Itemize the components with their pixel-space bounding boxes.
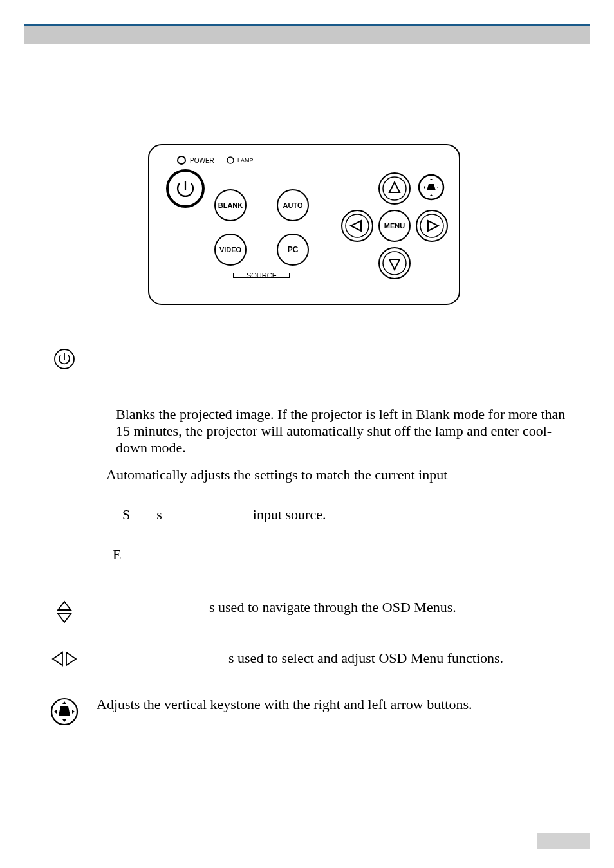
- power-led-label: POWER: [190, 157, 214, 164]
- svg-point-12: [383, 252, 406, 275]
- svg-marker-31: [66, 652, 76, 665]
- leftright-description: s used to select and adjust OSD Menu fun…: [228, 650, 503, 666]
- power-row: [35, 347, 579, 370]
- menu-E: E: [113, 546, 121, 562]
- updown-row: s used to navigate through the OSD Menus…: [35, 599, 579, 623]
- svg-marker-37: [59, 706, 70, 716]
- svg-point-11: [379, 248, 410, 279]
- svg-marker-26: [427, 184, 436, 190]
- svg-marker-35: [54, 710, 57, 714]
- keystone-row: Adjusts the vertical keystone with the r…: [35, 696, 579, 726]
- auto-row: Automatically adjusts the settings to ma…: [35, 466, 579, 483]
- up-down-arrows-icon: [55, 600, 73, 623]
- video-btn-label: VIDEO: [219, 246, 242, 254]
- blank-row: Blanks the projected image. If the proje…: [35, 406, 579, 456]
- auto-description: Automatically adjusts the settings to ma…: [106, 466, 447, 483]
- svg-marker-33: [62, 701, 66, 704]
- svg-marker-13: [389, 259, 400, 270]
- svg-point-1: [178, 156, 185, 164]
- blank-description: Blanks the projected image. If the proje…: [116, 406, 565, 456]
- source-rest: input source.: [253, 506, 326, 522]
- svg-marker-36: [72, 710, 75, 714]
- svg-marker-29: [58, 614, 71, 622]
- svg-point-18: [420, 214, 443, 237]
- menu-btn-label: MENU: [384, 222, 405, 230]
- svg-marker-10: [389, 182, 400, 192]
- svg-point-8: [379, 173, 410, 204]
- svg-rect-0: [149, 145, 460, 304]
- auto-btn-label: AUTO: [283, 201, 303, 209]
- keystone-description: Adjusts the vertical keystone with the r…: [97, 696, 472, 712]
- power-icon: [53, 348, 75, 370]
- left-right-arrows-icon: [51, 651, 77, 667]
- svg-point-17: [416, 210, 447, 241]
- svg-point-14: [342, 210, 373, 241]
- menu-row: E: [35, 546, 579, 563]
- svg-point-15: [346, 214, 369, 237]
- svg-marker-23: [430, 194, 433, 196]
- svg-marker-19: [428, 221, 438, 231]
- diagram-svg: POWER LAMP BLANK AUTO VIDEO PC SOURCE: [145, 141, 463, 308]
- updown-description: s used to navigate through the OSD Menus…: [209, 599, 456, 615]
- svg-marker-34: [62, 719, 66, 722]
- svg-point-2: [227, 157, 234, 163]
- svg-marker-25: [437, 186, 438, 189]
- pc-btn-label: PC: [288, 245, 299, 254]
- svg-marker-22: [430, 179, 433, 180]
- svg-marker-16: [351, 221, 361, 231]
- source-S: S: [122, 506, 130, 523]
- svg-point-9: [383, 177, 406, 200]
- keystone-icon: [50, 697, 79, 726]
- source-row: S s input source.: [35, 506, 579, 523]
- footer-box: [537, 833, 590, 849]
- source-s: s: [156, 506, 162, 523]
- svg-marker-24: [424, 186, 425, 189]
- lamp-led-label: LAMP: [237, 157, 254, 163]
- svg-marker-30: [53, 652, 62, 665]
- leftright-row: s used to select and adjust OSD Menu fun…: [35, 650, 579, 667]
- svg-marker-28: [58, 602, 71, 610]
- blank-btn-label: BLANK: [218, 201, 243, 209]
- source-label: SOURCE: [247, 272, 277, 279]
- control-panel-diagram: POWER LAMP BLANK AUTO VIDEO PC SOURCE: [145, 141, 579, 308]
